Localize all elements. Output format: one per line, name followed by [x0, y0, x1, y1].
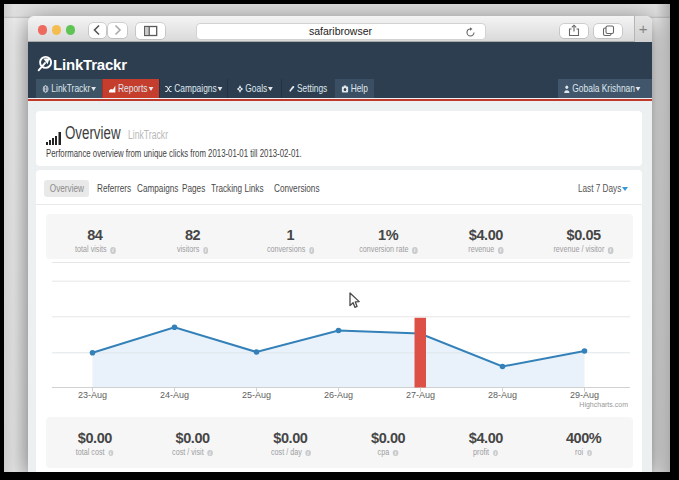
- svg-text:28-Aug: 28-Aug: [487, 390, 516, 400]
- svg-text:25-Aug: 25-Aug: [241, 390, 270, 400]
- svg-text:27-Aug: 27-Aug: [405, 390, 434, 400]
- svg-text:24-Aug: 24-Aug: [159, 390, 188, 400]
- svg-text:Highcharts.com: Highcharts.com: [579, 401, 628, 409]
- svg-text:26-Aug: 26-Aug: [323, 390, 352, 400]
- svg-text:23-Aug: 23-Aug: [77, 390, 106, 400]
- svg-text:29-Aug: 29-Aug: [569, 390, 598, 400]
